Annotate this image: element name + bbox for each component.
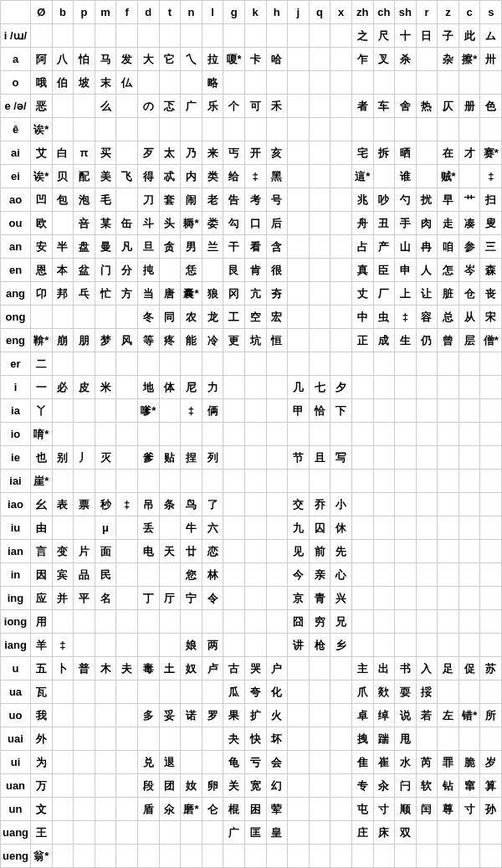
cell: 娄 xyxy=(202,212,223,235)
cell xyxy=(288,727,310,751)
cell: 促 xyxy=(458,657,480,681)
table-row: ie也别丿灭爹贴捏列节且写 xyxy=(1,446,502,470)
cell: 早 xyxy=(438,188,459,212)
cell: 闩 xyxy=(395,774,417,798)
cell: 脏 xyxy=(438,282,459,306)
row-header: iang xyxy=(1,634,31,657)
cell: 产 xyxy=(373,235,395,259)
cell: 這* xyxy=(351,165,373,188)
cell xyxy=(52,821,74,845)
cell: 毒 xyxy=(137,657,159,681)
cell xyxy=(223,352,245,376)
cell xyxy=(480,446,502,470)
cell xyxy=(288,704,310,727)
cell: 斗 xyxy=(137,212,159,235)
cell xyxy=(95,306,116,329)
cell xyxy=(95,470,116,493)
col-header: z xyxy=(438,1,459,24)
cell: 卡 xyxy=(244,48,266,71)
cell: 更 xyxy=(223,329,245,352)
cell: 土 xyxy=(159,657,181,681)
table-row: uo我多妥诺罗果扩火卓绰说若左错*所 xyxy=(1,704,502,727)
cell: 飞 xyxy=(116,165,138,188)
cell xyxy=(309,141,330,165)
cell xyxy=(330,212,352,235)
cell xyxy=(74,423,95,446)
cell xyxy=(480,470,502,493)
cell: 末 xyxy=(95,71,116,95)
cell: 出 xyxy=(373,657,395,681)
cell xyxy=(116,352,138,376)
cell xyxy=(266,845,288,868)
cell xyxy=(395,610,417,634)
cell xyxy=(74,24,95,48)
cell xyxy=(74,821,95,845)
cell xyxy=(351,563,373,587)
cell: 亥 xyxy=(266,141,288,165)
cell: 列 xyxy=(202,446,223,470)
cell xyxy=(309,845,330,868)
table-row: an安半盘曼凡旦贪男兰干看含占产山冉咱参三 xyxy=(1,235,502,259)
col-header: r xyxy=(416,1,438,24)
cell: 容 xyxy=(416,306,438,329)
cell xyxy=(52,845,74,868)
cell: 梦 xyxy=(95,329,116,352)
cell xyxy=(95,681,116,704)
cell xyxy=(266,71,288,95)
cell xyxy=(116,563,138,587)
corner-cell xyxy=(1,1,31,24)
cell xyxy=(266,587,288,610)
cell xyxy=(95,118,116,141)
cell xyxy=(351,470,373,493)
cell: 安 xyxy=(31,235,53,259)
cell xyxy=(395,540,417,563)
table-row: ou欧咅某缶斗头耨*娄勾口后舟丑手肉走凑叟 xyxy=(1,212,502,235)
cell: 团 xyxy=(159,774,181,798)
cell: ‡ xyxy=(480,165,502,188)
cell xyxy=(416,352,438,376)
cell: 用 xyxy=(31,610,53,634)
cell: 大 xyxy=(137,48,159,71)
cell: 娘 xyxy=(181,634,202,657)
cell xyxy=(95,704,116,727)
cell xyxy=(458,610,480,634)
cell xyxy=(266,470,288,493)
cell: 来 xyxy=(202,141,223,165)
cell xyxy=(181,681,202,704)
row-header: ang xyxy=(1,282,31,306)
cell xyxy=(480,634,502,657)
cell xyxy=(438,634,459,657)
cell: 走 xyxy=(438,212,459,235)
cell: 当 xyxy=(137,282,159,306)
cell: 见 xyxy=(288,540,310,563)
cell xyxy=(330,282,352,306)
cell xyxy=(330,71,352,95)
cell: 舍 xyxy=(395,95,417,118)
cell: 品 xyxy=(74,563,95,587)
cell xyxy=(116,118,138,141)
cell: 九 xyxy=(288,516,310,540)
cell: 占 xyxy=(351,235,373,259)
cell xyxy=(330,704,352,727)
cell: 兆 xyxy=(351,188,373,212)
cell: 工 xyxy=(223,306,245,329)
cell: 闹 xyxy=(181,188,202,212)
cell xyxy=(244,516,266,540)
cell: 开 xyxy=(244,141,266,165)
table-row: uan万段团奻卵关宽幻专汆闩软钻窜算 xyxy=(1,774,502,798)
cell xyxy=(52,516,74,540)
cell: 面 xyxy=(95,540,116,563)
cell: 恁 xyxy=(181,259,202,282)
row-header: un xyxy=(1,798,31,821)
cell xyxy=(373,118,395,141)
cell xyxy=(395,423,417,446)
cell: 车 xyxy=(373,95,395,118)
cell xyxy=(330,470,352,493)
cell xyxy=(266,24,288,48)
cell: 人 xyxy=(416,259,438,282)
table-row: i一必皮米地体尼力几七夕 xyxy=(1,376,502,399)
cell: 才 xyxy=(458,141,480,165)
col-header: sh xyxy=(395,1,417,24)
cell: 秒 xyxy=(95,493,116,516)
cell: 交 xyxy=(288,493,310,516)
